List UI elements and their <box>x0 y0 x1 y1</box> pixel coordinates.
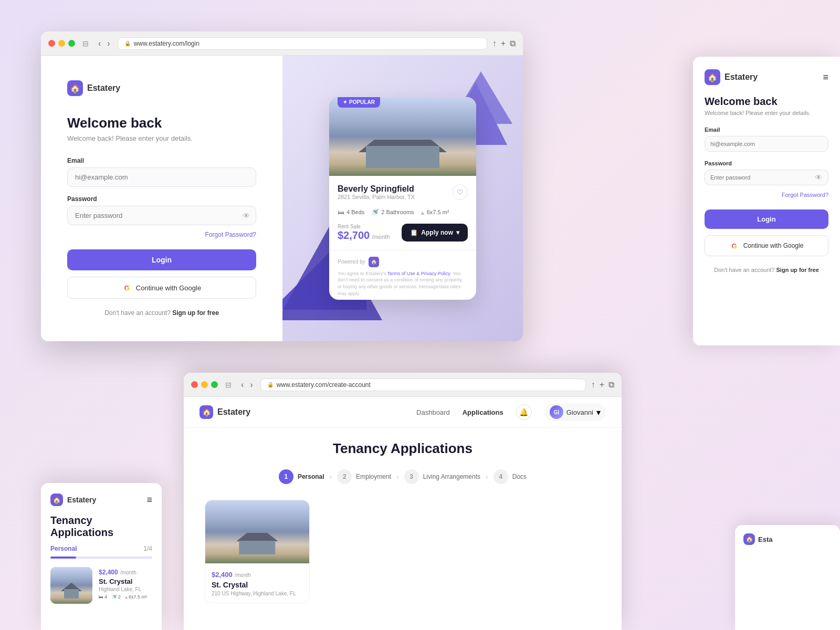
right-forgot-link: Forgot Password? <box>705 190 828 199</box>
bottom-sidebar-icon[interactable]: ⊟ <box>223 380 234 390</box>
mobile-bed-icon: 🛏 <box>99 594 103 600</box>
right-login-button[interactable]: Login <box>705 209 828 229</box>
url-text: www.estatery.com/login <box>134 40 200 47</box>
right-password-input[interactable] <box>705 170 828 185</box>
bed-icon: 🛏 <box>338 208 344 216</box>
right-google-logo-icon: G <box>730 241 739 250</box>
bottom-forward-button[interactable]: › <box>248 379 255 391</box>
house-body-shape <box>366 146 439 168</box>
google-signin-button[interactable]: G Continue with Google <box>67 277 256 299</box>
mobile-period: /month <box>120 570 136 575</box>
pbr-brand-name: Esta <box>758 536 772 543</box>
popular-label: POPULAR <box>349 99 375 105</box>
nav-dashboard-link[interactable]: Dashboard <box>416 408 450 416</box>
right-login-panel: 🏠 Estatery ≡ Welcome back Welcome back! … <box>693 57 840 345</box>
property-showcase-panel: ✦ POPULAR Beverly Springfield 2821 Sevil… <box>282 56 523 341</box>
signup-link[interactable]: Sign up for free <box>172 309 219 317</box>
login-panel: 🏠 Estatery Welcome back Welcome back! Pl… <box>41 56 282 341</box>
mobile-progress-fill <box>50 556 76 559</box>
right-google-button[interactable]: G Continue with Google <box>705 235 828 256</box>
brand-name: Estatery <box>87 83 120 93</box>
right-eye-icon[interactable]: 👁 <box>815 173 822 182</box>
area-icon: ⟁ <box>421 208 425 216</box>
forgot-password-link: Forgot Password? <box>67 229 256 239</box>
eye-icon[interactable]: 👁 <box>243 212 250 220</box>
bottom-back-button[interactable]: ‹ <box>239 379 246 391</box>
forward-button[interactable]: › <box>105 38 112 49</box>
minimize-button[interactable] <box>58 40 65 47</box>
property-info: Beverly Springfield 2821 Sevilla, Palm H… <box>329 176 476 250</box>
house-sky <box>329 97 476 176</box>
nav-arrows: ‹ › <box>96 38 112 49</box>
share-icon[interactable]: ↑ <box>492 39 497 48</box>
mobile-area: ⟁ 6x7.5 m² <box>125 594 147 600</box>
mobile-property-image <box>50 567 92 604</box>
bottom-new-tab-icon[interactable]: + <box>600 380 604 390</box>
back-button[interactable]: ‹ <box>96 38 103 49</box>
step-arrow-1: › <box>330 472 332 481</box>
step-2-circle[interactable]: 2 <box>337 469 352 484</box>
mobile-property-location: Highland Lake, FL <box>99 586 152 592</box>
sidebar-toggle-icon[interactable]: ⊟ <box>80 38 91 49</box>
bottom-lock-icon: 🔒 <box>267 382 274 387</box>
google-button-label: Continue with Google <box>136 284 201 292</box>
email-input[interactable] <box>67 167 256 187</box>
step-4-circle[interactable]: 4 <box>494 469 508 484</box>
right-email-label: Email <box>705 127 828 133</box>
new-tab-icon[interactable]: + <box>501 39 506 48</box>
forgot-password-anchor[interactable]: Forgot Password? <box>205 231 256 238</box>
step-3-circle[interactable]: 3 <box>404 469 419 484</box>
property-header: Beverly Springfield 2821 Sevilla, Palm H… <box>338 184 468 206</box>
rent-label: Rent Sale <box>338 224 390 229</box>
mobile-brand-name: Estatery <box>67 496 96 504</box>
step-4: 4 Docs <box>494 469 527 484</box>
mobile-hamburger-icon[interactable]: ≡ <box>146 495 152 506</box>
step-3: 3 Living Arrangements <box>404 469 480 484</box>
terms-text: You agree to Estatery's Terms of Use & P… <box>338 270 468 297</box>
mobile-personal-label[interactable]: Personal <box>50 545 77 552</box>
pbr-header: 🏠 Esta <box>743 533 832 545</box>
bottom-maximize-button[interactable] <box>211 381 218 388</box>
mobile-beds-count: 4 <box>104 594 107 600</box>
right-forgot-anchor[interactable]: Forgot Password? <box>782 192 828 198</box>
tenancy-form-content: $2,400 /month St. Crystal 210 US Highway… <box>205 500 601 603</box>
right-email-input[interactable] <box>705 136 828 152</box>
pbr-logo-row: 🏠 Esta <box>743 533 772 545</box>
login-button[interactable]: Login <box>67 249 256 270</box>
tabs-icon[interactable]: ⧉ <box>510 39 516 48</box>
nav-applications-link[interactable]: Applications <box>463 408 503 416</box>
bath-icon: 🚿 <box>371 208 379 216</box>
terms-link[interactable]: Terms of Use & Privacy Policy <box>387 271 450 276</box>
user-avatar-menu[interactable]: GI Giovanni ▾ <box>544 403 606 421</box>
step-1-circle[interactable]: 1 <box>279 469 293 484</box>
apply-button[interactable]: 📋 Apply now ▾ <box>402 224 468 242</box>
mobile-area-icon: ⟁ <box>125 594 128 600</box>
notifications-button[interactable]: 🔔 <box>516 404 532 420</box>
bottom-minimize-button[interactable] <box>201 381 208 388</box>
browser-actions: ↑ + ⧉ <box>492 39 516 48</box>
google-logo-icon: G <box>122 283 132 292</box>
avatar-initials: GI <box>550 405 563 419</box>
baths-feature: 🚿 2 Bathrooms <box>371 208 414 216</box>
mobile-property-card: $2,400 /month St. Crystal Highland Lake,… <box>50 567 152 604</box>
close-button[interactable] <box>48 40 55 47</box>
bottom-tabs-icon[interactable]: ⧉ <box>608 380 614 390</box>
password-input[interactable] <box>67 206 256 225</box>
favorite-button[interactable]: ♡ <box>452 184 468 200</box>
right-panel-title: Welcome back <box>705 96 828 108</box>
address-bar[interactable]: 🔒 www.estatery.com/login <box>118 37 487 50</box>
maximize-button[interactable] <box>68 40 75 47</box>
nav-brand-name: Estatery <box>217 407 250 417</box>
right-signup-row: Don't have an account? Sign up for free <box>705 267 828 273</box>
login-title: Welcome back <box>67 115 256 131</box>
beds-label: 4 Beds <box>346 209 364 215</box>
right-password-label: Password <box>705 160 828 166</box>
bottom-browser-window: ⊟ ‹ › 🔒 www.estatery.com/create-account … <box>184 373 622 630</box>
right-signup-link[interactable]: Sign up for free <box>776 267 819 273</box>
hamburger-menu-icon[interactable]: ≡ <box>823 72 828 83</box>
bottom-address-bar[interactable]: 🔒 www.estatery.com/create-account <box>260 379 586 391</box>
bottom-close-button[interactable] <box>191 381 198 388</box>
mobile-personal-row: Personal 1/4 <box>50 545 152 552</box>
bottom-share-icon[interactable]: ↑ <box>591 380 595 390</box>
bottom-nav-arrows: ‹ › <box>239 379 255 391</box>
